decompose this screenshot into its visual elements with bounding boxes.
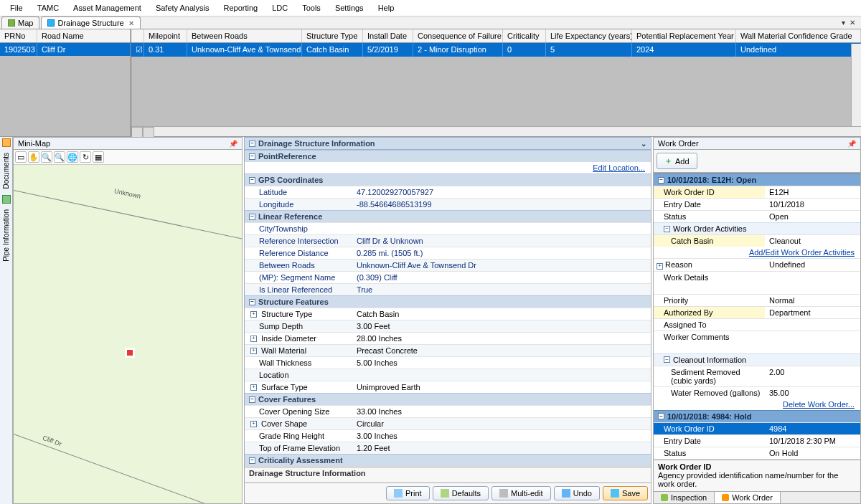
- col-between[interactable]: Between Roads: [187, 29, 302, 42]
- wo-row[interactable]: Work Details: [654, 271, 860, 294]
- wo-row[interactable]: + Reason Undefined: [654, 258, 860, 271]
- prop-row[interactable]: Is Linear Referenced True: [245, 283, 651, 295]
- collapse-icon[interactable]: −: [249, 141, 255, 147]
- rail-pipe[interactable]: Pipe Information: [2, 208, 10, 263]
- pipe-icon[interactable]: [2, 195, 11, 204]
- wo-val[interactable]: 35.00: [765, 387, 860, 399]
- pin-icon[interactable]: 📌: [229, 140, 237, 148]
- wo-val[interactable]: [765, 319, 860, 331]
- grid-left-row[interactable]: 1902503 Cliff Dr: [0, 43, 131, 56]
- tab-workorder[interactable]: Work Order: [715, 492, 781, 503]
- col-life[interactable]: Life Expectancy (years): [546, 29, 632, 42]
- prop-val[interactable]: True: [352, 284, 651, 295]
- prop-val[interactable]: Circular: [352, 418, 651, 429]
- prop-val[interactable]: 1.20 Feet: [352, 442, 651, 454]
- menu-help[interactable]: Help: [371, 1, 402, 14]
- tab-map[interactable]: Map: [1, 16, 39, 29]
- prop-val[interactable]: 3.00 Feet: [352, 320, 651, 332]
- prop-val[interactable]: 33.00 Inches: [352, 406, 651, 417]
- col-crit[interactable]: Criticality: [503, 29, 546, 42]
- menu-asset[interactable]: Asset Management: [66, 1, 149, 14]
- prop-val[interactable]: (0.309) Cliff: [352, 272, 651, 283]
- cat-2[interactable]: −Linear Reference: [245, 210, 651, 222]
- documents-icon[interactable]: [2, 138, 11, 147]
- menu-file[interactable]: File: [3, 1, 30, 14]
- wo-row[interactable]: Status On Hold: [654, 447, 860, 459]
- prop-val[interactable]: Precast Concrete: [352, 345, 651, 356]
- col-check[interactable]: [131, 29, 144, 42]
- wo-row[interactable]: Work Order ID E12H: [654, 186, 860, 198]
- undo-button[interactable]: Undo: [554, 486, 600, 500]
- prop-row[interactable]: (MP): Segment Name (0.309) Cliff: [245, 271, 651, 283]
- prop-row[interactable]: Wall Thickness 5.00 Inches: [245, 356, 651, 369]
- prop-row[interactable]: Longitude -88.54664686513199: [245, 198, 651, 210]
- prop-row[interactable]: Reference Distance 0.285 mi. (1505 ft.): [245, 247, 651, 259]
- wo-pin-icon[interactable]: 📌: [847, 140, 856, 148]
- col-prno[interactable]: PRNo: [0, 29, 37, 42]
- prop-row[interactable]: Latitude 47.120029270057927: [245, 186, 651, 198]
- prop-row[interactable]: +Cover Shape Circular: [245, 417, 651, 429]
- col-roadname[interactable]: Road Name: [37, 29, 131, 42]
- prop-row[interactable]: Cover Opening Size 33.00 Inches: [245, 405, 651, 417]
- wo-val[interactable]: On Hold: [765, 447, 860, 459]
- wo-link2-a[interactable]: Delete Work Order...: [783, 400, 855, 409]
- prop-val[interactable]: 5.00 Inches: [352, 357, 651, 369]
- refresh-icon[interactable]: ↻: [80, 151, 91, 163]
- wo-val[interactable]: 10/1/2018 2:30 PM: [765, 435, 860, 447]
- prop-row[interactable]: +Inside Diameter 28.00 Inches: [245, 332, 651, 344]
- menu-tools[interactable]: Tools: [295, 1, 328, 14]
- grid-scroll-v[interactable]: [851, 44, 861, 126]
- prop-val[interactable]: [352, 369, 651, 381]
- prop-val[interactable]: 0.285 mi. (1505 ft.): [352, 247, 651, 259]
- prop-row[interactable]: +Structure Type Catch Basin: [245, 308, 651, 320]
- wo-val[interactable]: 2.00: [765, 366, 860, 386]
- zoom-in-icon[interactable]: 🔍: [41, 151, 52, 163]
- edit-location-link[interactable]: Edit Location...: [593, 163, 645, 172]
- prop-row[interactable]: +Wall Material Precast Concrete: [245, 344, 651, 356]
- wo-row[interactable]: Entry Date 10/1/2018: [654, 198, 860, 210]
- cat-4[interactable]: −Cover Features: [245, 393, 651, 405]
- prop-row[interactable]: Top of Frame Elevation 1.20 Feet: [245, 442, 651, 454]
- prop-val[interactable]: -88.54664686513199: [352, 199, 651, 210]
- wo-row[interactable]: Worker Comments: [654, 331, 860, 353]
- menu-settings[interactable]: Settings: [328, 1, 371, 14]
- tab-drainage[interactable]: Drainage Structure ✕: [41, 16, 140, 29]
- tab-close-icon[interactable]: ✕: [848, 19, 857, 27]
- wo-val[interactable]: [765, 272, 860, 294]
- menu-tamc[interactable]: TAMC: [30, 1, 66, 14]
- prop-row[interactable]: Location: [245, 369, 651, 381]
- wo-val[interactable]: Undefined: [765, 259, 860, 271]
- prop-row[interactable]: +Surface Type Unimproved Earth: [245, 381, 651, 393]
- wo-val[interactable]: 4984: [765, 423, 860, 434]
- zoom-out-icon[interactable]: 🔍: [54, 151, 65, 163]
- col-mp[interactable]: Milepoint: [144, 29, 187, 42]
- wo-val[interactable]: Cleanout: [765, 235, 860, 247]
- close-icon[interactable]: ✕: [128, 19, 134, 27]
- wo-val[interactable]: [765, 331, 860, 353]
- wo-val[interactable]: Department: [765, 307, 860, 318]
- prop-val[interactable]: [352, 223, 651, 234]
- center-pin-icon[interactable]: ⌄: [641, 140, 646, 148]
- wo-row[interactable]: Status Open: [654, 210, 860, 222]
- wo-row[interactable]: Priority Normal: [654, 294, 860, 306]
- prop-val[interactable]: Cliff Dr & Unknown: [352, 235, 651, 247]
- prop-val[interactable]: 47.120029270057927: [352, 186, 651, 198]
- menu-reporting[interactable]: Reporting: [216, 1, 265, 14]
- tab-inspection[interactable]: Inspection: [654, 492, 715, 503]
- rail-documents[interactable]: Documents: [2, 151, 10, 191]
- wo-header[interactable]: −10/01/2018: E12H: Open: [654, 173, 860, 186]
- add-button[interactable]: ＋ Add: [657, 153, 697, 169]
- wo-val[interactable]: Open: [765, 211, 860, 222]
- layers-icon[interactable]: ▦: [93, 151, 104, 163]
- prop-val[interactable]: Undefined: [352, 467, 651, 467]
- wo-val[interactable]: 10/1/2018: [765, 199, 860, 210]
- cell-check[interactable]: ☑: [131, 43, 144, 57]
- prop-val[interactable]: Unknown-Cliff Ave & Townsend Dr: [352, 260, 651, 271]
- wo-header[interactable]: −10/01/2018: 4984: Hold: [654, 410, 860, 422]
- map-marker[interactable]: [125, 348, 135, 358]
- prop-val[interactable]: 28.00 Inches: [352, 333, 651, 344]
- wo-body[interactable]: −10/01/2018: E12H: Open Work Order ID E1…: [653, 173, 861, 460]
- defaults-button[interactable]: Defaults: [433, 486, 489, 500]
- wo-link-a[interactable]: Add/Edit Work Order Activities: [749, 248, 855, 257]
- menu-ldc[interactable]: LDC: [265, 1, 295, 14]
